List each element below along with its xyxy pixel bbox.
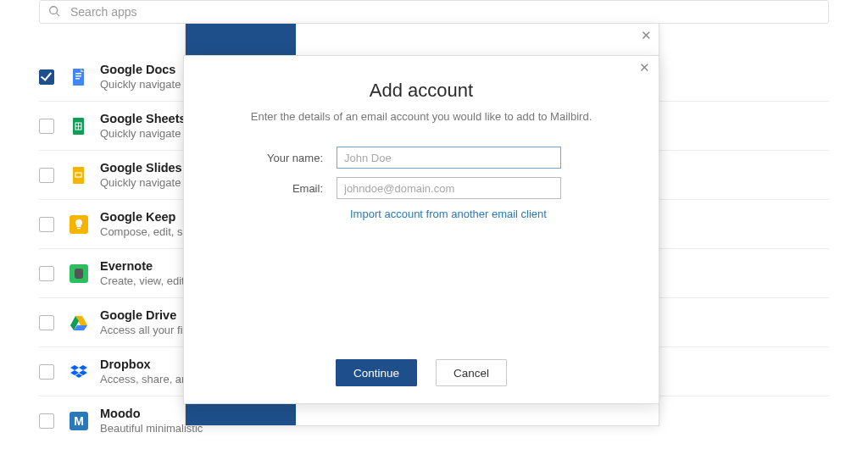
continue-button[interactable]: Continue <box>336 359 417 386</box>
email-label: Email: <box>218 182 337 195</box>
google-slides-icon <box>70 166 88 185</box>
svg-rect-3 <box>75 73 81 75</box>
google-sheets-icon <box>70 117 88 136</box>
import-link[interactable]: Import account from another email client <box>350 208 547 220</box>
close-icon[interactable]: ✕ <box>641 29 652 42</box>
add-account-modal: ✕ Add account Enter the details of an em… <box>183 55 659 404</box>
evernote-icon <box>70 264 88 283</box>
name-input[interactable] <box>337 147 561 169</box>
svg-rect-4 <box>75 75 81 77</box>
svg-rect-5 <box>75 78 80 80</box>
google-drive-icon <box>70 313 88 332</box>
svg-rect-12 <box>77 228 81 229</box>
cancel-button[interactable]: Cancel <box>436 359 507 386</box>
close-icon[interactable]: ✕ <box>639 61 650 74</box>
google-keep-icon <box>70 215 88 234</box>
google-docs-icon <box>70 68 88 86</box>
app-checkbox[interactable] <box>39 217 54 232</box>
dropbox-icon <box>70 363 88 381</box>
app-checkbox[interactable] <box>39 413 54 429</box>
app-checkbox[interactable] <box>39 315 54 330</box>
app-checkbox[interactable] <box>39 266 54 281</box>
modal-subtitle: Enter the details of an email account yo… <box>218 110 625 123</box>
svg-line-1 <box>57 13 60 16</box>
app-checkbox[interactable] <box>39 364 54 380</box>
name-label: Your name: <box>218 152 337 164</box>
app-checkbox[interactable] <box>39 119 54 134</box>
search-input[interactable] <box>70 5 820 19</box>
modal-title: Add account <box>218 80 625 102</box>
svg-rect-10 <box>73 167 84 184</box>
svg-point-0 <box>50 6 58 14</box>
app-checkbox[interactable] <box>39 168 54 183</box>
app-checkbox[interactable] <box>39 69 54 85</box>
email-input[interactable] <box>337 177 561 199</box>
search-bar[interactable] <box>39 0 829 24</box>
search-icon <box>48 5 70 19</box>
moodo-icon: M <box>70 412 88 430</box>
